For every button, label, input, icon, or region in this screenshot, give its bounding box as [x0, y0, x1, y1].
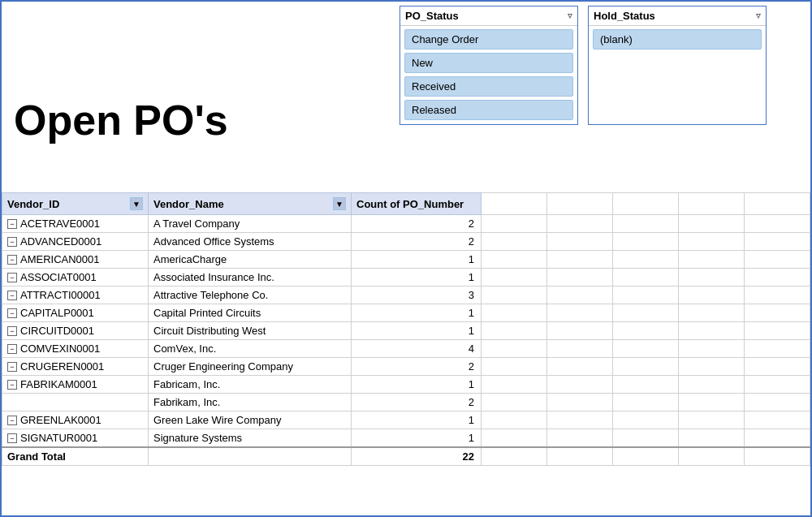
vendor-id-cell: −COMVEXIN0001	[2, 340, 149, 358]
expand-icon[interactable]: −	[7, 344, 17, 354]
count-cell: 1	[352, 376, 482, 394]
count-cell: 4	[352, 340, 482, 358]
count-cell: 2	[352, 394, 482, 411]
filter-area: PO_Status ▿ Change Order New Received Re…	[400, 6, 767, 125]
count-cell: 2	[352, 233, 482, 251]
table-row: −ATTRACTI00001 Attractive Telephone Co. …	[2, 287, 810, 304]
vendor-name-cell: Associated Insurance Inc.	[149, 269, 352, 287]
vendor-name-cell: Attractive Telephone Co.	[149, 287, 352, 304]
col-header-vendor-id[interactable]: Vendor_ID ▼	[2, 193, 149, 215]
table-row: −ASSOCIAT0001 Associated Insurance Inc. …	[2, 269, 810, 287]
vendor-id-cell: −CAPITALP0001	[2, 304, 149, 322]
col-header-vendor-name[interactable]: Vendor_Name ▼	[149, 193, 352, 215]
hold-status-item-blank[interactable]: (blank)	[593, 29, 762, 50]
count-cell: 1	[352, 429, 482, 448]
expand-icon[interactable]: −	[7, 255, 17, 265]
grand-total-count: 22	[352, 447, 482, 466]
col-extra-1	[482, 193, 547, 215]
table-area: Vendor_ID ▼ Vendor_Name ▼ Count of PO_Nu…	[2, 192, 810, 515]
count-cell: 1	[352, 251, 482, 269]
grand-total-row: Grand Total 22	[2, 447, 810, 466]
expand-icon[interactable]: −	[7, 219, 17, 229]
table-row: −FABRIKAM0001 Fabricam, Inc. 1	[2, 376, 810, 394]
vendor-name-cell: Fabrikam, Inc.	[149, 394, 352, 411]
vendor-name-cell: Capital Printed Circuits	[149, 304, 352, 322]
vendor-name-cell: Fabricam, Inc.	[149, 376, 352, 394]
count-cell: 1	[352, 269, 482, 287]
table-row: Fabrikam, Inc. 2	[2, 394, 810, 411]
table-row: −ADVANCED0001 Advanced Office Systems 2	[2, 233, 810, 251]
table-row: −GREENLAK0001 Green Lake Wire Company 1	[2, 411, 810, 429]
hold-status-filter: Hold_Status ▿ (blank)	[588, 6, 767, 125]
vendor-id-cell: −ADVANCED0001	[2, 233, 149, 251]
vendor-id-cell: −ASSOCIAT0001	[2, 269, 149, 287]
vendor-name-dropdown[interactable]: ▼	[333, 197, 346, 210]
expand-icon[interactable]: −	[7, 416, 17, 425]
vendor-name-cell: Circuit Distributing West	[149, 322, 352, 340]
vendor-name-cell: Advanced Office Systems	[149, 233, 352, 251]
col-extra-5	[745, 193, 810, 215]
count-cell: 2	[352, 358, 482, 376]
expand-icon[interactable]: −	[7, 273, 17, 282]
expand-icon[interactable]: −	[7, 362, 17, 372]
table-row: −CIRCUITD0001 Circuit Distributing West …	[2, 322, 810, 340]
page-title: Open PO's	[14, 99, 228, 141]
count-cell: 1	[352, 322, 482, 340]
page-wrapper: PO_Status ▿ Change Order New Received Re…	[0, 0, 812, 517]
po-status-item-new[interactable]: New	[404, 53, 573, 73]
col-header-count: Count of PO_Number	[352, 193, 482, 215]
table-row: −CRUGEREN0001 Cruger Engineering Company…	[2, 358, 810, 376]
hold-status-label: Hold_Status	[594, 10, 756, 22]
col-extra-3	[613, 193, 679, 215]
count-cell: 2	[352, 215, 482, 233]
vendor-id-cell: −SIGNATUR0001	[2, 429, 149, 448]
po-status-header: PO_Status ▿	[400, 6, 577, 26]
po-status-item-received[interactable]: Received	[404, 76, 573, 97]
po-status-filter-icon[interactable]: ▿	[568, 11, 572, 21]
vendor-id-cell: −ACETRAVE0001	[2, 215, 149, 233]
po-status-item-change-order[interactable]: Change Order	[404, 29, 573, 50]
vendor-id-cell: −AMERICAN0001	[2, 251, 149, 269]
table-row: −AMERICAN0001 AmericaCharge 1	[2, 251, 810, 269]
vendor-id-cell: −CRUGEREN0001	[2, 358, 149, 376]
po-status-item-released[interactable]: Released	[404, 100, 573, 120]
vendor-id-cell: −FABRIKAM0001	[2, 376, 149, 394]
vendor-id-dropdown[interactable]: ▼	[130, 197, 143, 210]
count-cell: 1	[352, 411, 482, 429]
vendor-name-cell: A Travel Company	[149, 215, 352, 233]
pivot-table: Vendor_ID ▼ Vendor_Name ▼ Count of PO_Nu…	[2, 192, 810, 466]
count-cell: 3	[352, 287, 482, 304]
vendor-name-cell: ComVex, Inc.	[149, 340, 352, 358]
vendor-name-cell: Signature Systems	[149, 429, 352, 448]
table-row: −ACETRAVE0001 A Travel Company 2	[2, 215, 810, 233]
expand-icon[interactable]: −	[7, 326, 17, 336]
table-row: −SIGNATUR0001 Signature Systems 1	[2, 429, 810, 448]
expand-icon[interactable]: −	[7, 237, 17, 247]
expand-icon[interactable]: −	[7, 308, 17, 318]
hold-status-filter-icon[interactable]: ▿	[756, 11, 761, 21]
expand-icon[interactable]: −	[7, 291, 17, 300]
vendor-id-cell: −GREENLAK0001	[2, 411, 149, 429]
hold-status-header: Hold_Status ▿	[589, 6, 766, 26]
count-cell: 1	[352, 304, 482, 322]
expand-icon[interactable]: −	[7, 433, 17, 443]
col-extra-2	[547, 193, 613, 215]
po-status-filter: PO_Status ▿ Change Order New Received Re…	[400, 6, 578, 125]
vendor-name-cell: Cruger Engineering Company	[149, 358, 352, 376]
vendor-id-cell: −ATTRACTI00001	[2, 287, 149, 304]
vendor-name-cell: Green Lake Wire Company	[149, 411, 352, 429]
grand-total-label: Grand Total	[2, 447, 149, 466]
grand-total-name	[149, 447, 352, 466]
table-row: −COMVEXIN0001 ComVex, Inc. 4	[2, 340, 810, 358]
vendor-id-cell	[2, 394, 149, 411]
col-extra-4	[679, 193, 745, 215]
vendor-id-cell: −CIRCUITD0001	[2, 322, 149, 340]
table-row: −CAPITALP0001 Capital Printed Circuits 1	[2, 304, 810, 322]
po-status-label: PO_Status	[405, 10, 568, 22]
vendor-name-cell: AmericaCharge	[149, 251, 352, 269]
expand-icon[interactable]: −	[7, 380, 17, 390]
